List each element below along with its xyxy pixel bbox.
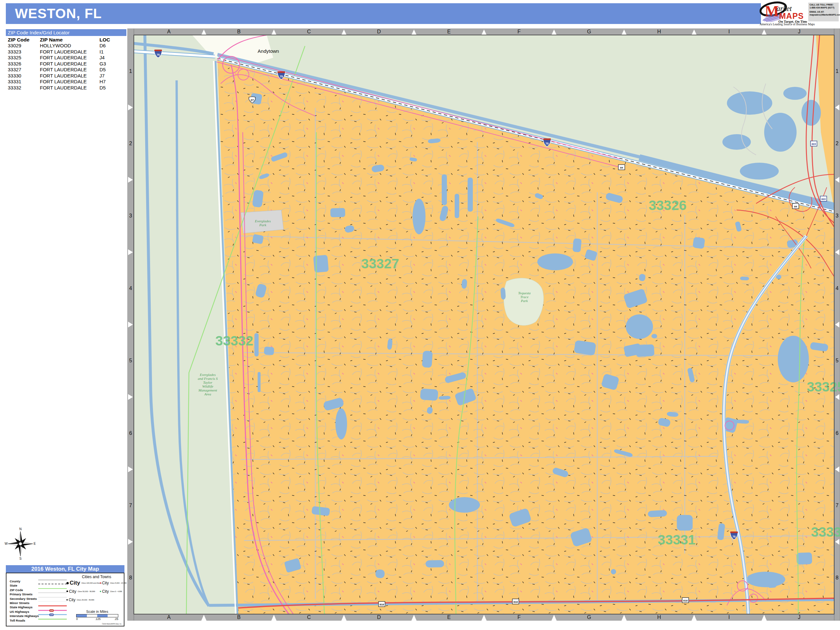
- grid-number: 7: [836, 503, 839, 508]
- square-shield: 818: [682, 598, 688, 603]
- zip-code-label: 33330: [811, 524, 840, 540]
- square-shield: 84: [793, 204, 799, 209]
- grid-letter: A: [167, 614, 171, 620]
- toll-shield: 869: [820, 196, 827, 201]
- grid-letter: E: [447, 29, 451, 34]
- zip-row: 33326FORT LAUDERDALEG3: [7, 61, 116, 67]
- grid-letter: I: [728, 29, 730, 34]
- grid-letter: F: [518, 614, 521, 620]
- grid-letter: F: [518, 29, 521, 34]
- zip-col-header: LOC: [99, 37, 116, 43]
- map-content: 333263332733332333253333133330AndytownTe…: [134, 35, 840, 614]
- grid-number: 4: [836, 286, 839, 291]
- compass-e: E: [34, 542, 36, 545]
- svg-text:75: 75: [545, 142, 549, 145]
- legend-shield-badge: 125: [49, 613, 54, 616]
- legend-title: 2016 Weston, FL City Map: [6, 565, 125, 573]
- title-bar: WESTON, FL: [6, 3, 761, 24]
- legend-item: Toll Roads: [10, 617, 25, 621]
- legend-item: State: [10, 582, 17, 586]
- grid-number: 5: [129, 358, 132, 363]
- scale-title: Scale in Miles: [76, 609, 118, 613]
- svg-text:75: 75: [733, 535, 736, 538]
- legend-item: Secondary Streets: [10, 595, 36, 600]
- legend-item: County: [10, 578, 21, 582]
- zip-code-label: 33332: [216, 333, 253, 348]
- zip-row: 33330FORT LAUDERDALEJ7: [7, 73, 116, 79]
- grid-letter: I: [728, 614, 730, 620]
- svg-text:75: 75: [156, 53, 160, 56]
- zip-row: 33332FORT LAUDERDALED5: [7, 85, 116, 91]
- svg-text:869: 869: [821, 198, 826, 201]
- grid-number: 8: [129, 575, 132, 580]
- marketmaps-logo: M arket MAPS On Target. On Time. CALL US…: [759, 1, 839, 28]
- legend-item-label: Toll Roads: [10, 619, 25, 622]
- grid-number: 7: [129, 503, 132, 508]
- grid-letter: H: [657, 614, 661, 620]
- city-legend-entry: CityCities 5,000 - 24,999: [100, 580, 126, 586]
- legend-item: Primary Streets: [10, 591, 32, 595]
- zip-row: 33029HOLLYWOODD6: [7, 43, 116, 49]
- city-legend-entry: CityCities 25,000 - 49,999: [66, 597, 94, 602]
- marketmaps-logo-graphic: M arket MAPS On Target. On Time.: [759, 1, 807, 23]
- grid-letter: D: [377, 29, 381, 34]
- zip-index-table: ZIP CodeZIP NameLOC 33029HOLLYWOODD63332…: [7, 37, 116, 91]
- logo-subtitle: America's Leading Source of Business Map…: [759, 23, 812, 26]
- zip-row: 33325FORT LAUDERDALEJ4: [7, 55, 116, 61]
- map-poster-page: WESTON, FL M arket MAPS On Target. On Ti…: [0, 0, 840, 630]
- contact-email-label: EMAIL US AT:: [810, 11, 837, 14]
- grid-number: 8: [836, 575, 839, 580]
- svg-text:27: 27: [251, 98, 254, 102]
- zip-col-header: ZIP Name: [39, 37, 99, 43]
- grid-letter: B: [237, 614, 241, 620]
- map-area: AABBCCDDEEFFGGHHIIJJ1122334455667788: [127, 28, 840, 621]
- legend-item: Interstate Highways125: [10, 613, 39, 617]
- zip-row: 33327FORT LAUDERDALED5: [7, 67, 116, 73]
- grid-letter: C: [307, 614, 311, 620]
- city-legend-entry: CityCities 100,000 and Above: [66, 580, 102, 586]
- zip-code-label: 33325: [807, 379, 840, 395]
- grid-letter: A: [167, 29, 171, 34]
- page-title: WESTON, FL: [6, 3, 761, 24]
- map-canvas: AABBCCDDEEFFGGHHIIJJ1122334455667788: [127, 28, 840, 621]
- legend-item-sample: [38, 584, 67, 584]
- svg-text:818: 818: [513, 600, 518, 603]
- legend: 2016 Weston, FL City Map CountyStateZIP …: [6, 565, 125, 627]
- legend-item: ZIP Code: [10, 587, 23, 591]
- compass-n: N: [19, 527, 21, 531]
- legend-item: State Highways: [10, 604, 32, 608]
- grid-letter: B: [237, 29, 241, 34]
- grid-number: 1: [836, 68, 839, 74]
- city-dot: [66, 591, 68, 592]
- logo-maps: MAPS: [779, 11, 804, 21]
- svg-text:84: 84: [794, 205, 797, 208]
- grid-number: 3: [129, 213, 132, 218]
- cities-and-towns-header: Cities and Towns: [65, 575, 128, 579]
- zip-index-header: ZIP Code Index/Grid Locator: [6, 29, 126, 36]
- contact-phone: 1-888-434-MAPS (6277): [810, 6, 837, 9]
- grid-letter: E: [447, 614, 451, 620]
- grid-number: 3: [836, 213, 839, 218]
- toll-shield: 869: [810, 141, 817, 146]
- contact-call: CALL US TOLL FREE!: [810, 3, 837, 6]
- zip-row: 33323FORT LAUDERDALEI1: [7, 49, 116, 55]
- city-dot: [100, 591, 101, 592]
- contact-email: mapsales@MarketMAPS.com: [810, 14, 837, 17]
- grid-letter: J: [798, 614, 801, 620]
- svg-text:818: 818: [683, 599, 688, 602]
- grid-letter: G: [587, 29, 591, 34]
- compass-rose: N E S W: [4, 527, 37, 561]
- legend-item-sample: [38, 592, 67, 593]
- compass-s: S: [19, 557, 22, 561]
- zip-code-label: 33331: [658, 532, 696, 547]
- city-legend-entry: CityCities 0 - 4,999: [100, 588, 122, 594]
- zip-code-label: 33326: [649, 198, 687, 213]
- grid-letter: C: [307, 29, 311, 34]
- grid-number: 4: [129, 286, 132, 291]
- legend-item-sample: [38, 597, 67, 598]
- legend-item-sample: [38, 605, 67, 606]
- grid-letter: G: [587, 614, 591, 620]
- legend-item-sample: [38, 588, 67, 589]
- grid-number: 2: [836, 141, 839, 146]
- logo-contact-box: CALL US TOLL FREE! 1-888-434-MAPS (6277)…: [808, 3, 839, 21]
